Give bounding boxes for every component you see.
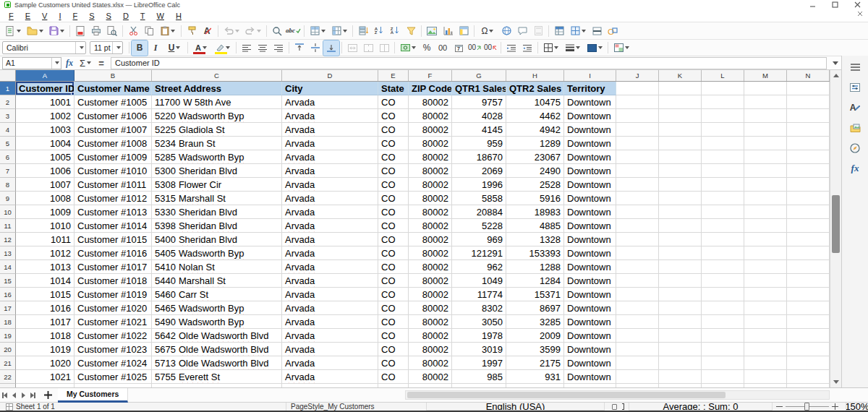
function-wizard-button[interactable]: fx (61, 56, 77, 69)
cell-city[interactable]: Arvada (282, 356, 378, 370)
cell-empty[interactable] (616, 288, 659, 301)
cell-customer-id[interactable]: 1005 (16, 150, 75, 164)
column-header-a[interactable]: A (16, 70, 75, 81)
cell-street-address[interactable]: 5308Flower Cir (152, 178, 282, 192)
cell-customer-id[interactable]: 1012 (16, 246, 75, 260)
cell-state[interactable]: CO (378, 205, 409, 219)
merge-cells-button[interactable] (360, 40, 376, 56)
cell-street-address[interactable]: 5234Braun St (152, 137, 282, 150)
row-header[interactable]: 15 (0, 274, 16, 288)
cell-empty[interactable] (659, 164, 702, 178)
selection-handle[interactable] (71, 92, 75, 95)
row-header[interactable]: 10 (0, 205, 16, 219)
save-button[interactable] (46, 23, 67, 38)
underline-button[interactable]: U (163, 40, 185, 56)
menu-item[interactable]: S (83, 11, 100, 21)
cell-street-address[interactable]: 5225Gladiola St (152, 123, 282, 137)
cell-state[interactable]: CO (378, 95, 409, 109)
cell-customer-id[interactable]: 1003 (16, 123, 75, 137)
row-header[interactable]: 18 (0, 315, 16, 329)
sidebar-settings-icon[interactable] (846, 59, 864, 76)
cell-territory[interactable]: Downtown (564, 219, 616, 233)
column-header-c[interactable]: C (152, 70, 282, 81)
cell-city[interactable]: Arvada (282, 178, 378, 192)
cell-empty[interactable] (744, 260, 787, 274)
cell-empty[interactable] (702, 82, 744, 95)
cell-empty[interactable] (744, 246, 787, 260)
cell-street-address[interactable]: 5440Marshall St (152, 274, 282, 288)
cell-qtr2-sales[interactable]: 4462 (506, 109, 564, 123)
cell-city[interactable]: Arvada (282, 123, 378, 137)
cell-territory[interactable]: Downtown (564, 260, 616, 274)
cell-empty[interactable] (787, 164, 830, 178)
cell-empty[interactable] (659, 137, 702, 150)
input-line[interactable]: Customer ID (111, 57, 827, 69)
sort-button[interactable] (355, 23, 371, 38)
spelling-button[interactable]: abc (285, 23, 302, 38)
cell-street-address[interactable]: 5315Marshall St (152, 192, 282, 205)
cell-empty[interactable] (744, 192, 787, 205)
cell-qtr1-sales[interactable]: 11774 (452, 288, 506, 301)
cell-city[interactable]: Arvada (282, 343, 378, 356)
cell-empty[interactable] (702, 370, 744, 384)
row-header-1[interactable]: 1 (0, 82, 16, 95)
cell-qtr1-sales[interactable]: 4145 (452, 123, 506, 137)
format-as-date-button[interactable]: 7 (451, 40, 467, 56)
cell-empty[interactable] (787, 95, 830, 109)
row-header[interactable]: 13 (0, 246, 16, 260)
styles-icon[interactable]: A (846, 99, 864, 116)
row-header[interactable]: 14 (0, 260, 16, 274)
cell-empty[interactable] (787, 150, 830, 164)
cell-empty[interactable] (702, 205, 744, 219)
cell-territory[interactable]: Downtown (564, 150, 616, 164)
cell-customer-id[interactable]: 1001 (16, 95, 75, 109)
delete-decimal-place-button[interactable]: 00 (482, 40, 498, 56)
cell-city[interactable]: Arvada (282, 205, 378, 219)
cell-qtr2-sales[interactable]: 10475 (506, 95, 564, 109)
menu-item[interactable]: T (135, 11, 151, 21)
cell-zip-code[interactable]: 80002 (409, 233, 452, 246)
cell-empty[interactable] (787, 301, 830, 315)
copy-button[interactable] (141, 23, 157, 38)
cell-empty[interactable] (787, 192, 830, 205)
cell-empty[interactable] (702, 150, 744, 164)
horizontal-scrollbar[interactable] (405, 390, 830, 400)
minimize-button[interactable] (809, 1, 816, 8)
autofilter-button[interactable] (403, 23, 419, 38)
cell-empty[interactable] (616, 164, 659, 178)
row-header[interactable]: 17 (0, 301, 16, 315)
column-header-f[interactable]: F (409, 70, 452, 81)
cell-empty[interactable] (702, 178, 744, 192)
cell-empty[interactable] (659, 82, 702, 95)
cell-territory[interactable]: Downtown (564, 288, 616, 301)
add-decimal-place-button[interactable]: 00 (467, 40, 482, 56)
cell-empty[interactable] (744, 137, 787, 150)
cell-street-address[interactable]: 5285Wadsworth Byp (152, 150, 282, 164)
align-center-button[interactable] (255, 40, 271, 56)
cell-customer-id[interactable]: 1021 (16, 370, 75, 384)
cell-empty[interactable] (702, 164, 744, 178)
cell-empty[interactable] (659, 301, 702, 315)
insert-chart-button[interactable] (440, 23, 456, 38)
cell-qtr1-sales[interactable]: 3050 (452, 315, 506, 329)
conditional-formatting-button[interactable] (610, 40, 632, 56)
cell-empty[interactable] (659, 219, 702, 233)
zoom-percentage-label[interactable]: 150% (846, 403, 868, 411)
cell-empty[interactable] (659, 246, 702, 260)
row-header[interactable]: 9 (0, 192, 16, 205)
cell-qtr2-sales[interactable]: 2175 (506, 356, 564, 370)
center-vertically-button[interactable] (307, 40, 323, 56)
cell-customer-name[interactable]: Customer #1014 (75, 219, 152, 233)
cell-customer-name[interactable]: Customer #1021 (75, 315, 152, 329)
cell-zip-code[interactable]: 80002 (409, 329, 452, 343)
column-header-h[interactable]: H (506, 70, 564, 81)
freeze-rows-and-columns-button[interactable] (551, 23, 567, 38)
cell-street-address[interactable]: 5460Carr St (152, 288, 282, 301)
cell-empty[interactable] (702, 356, 744, 370)
cell-qtr1-sales[interactable]: 9757 (452, 95, 506, 109)
row-header[interactable]: 8 (0, 178, 16, 192)
cell-qtr2-sales[interactable]: 2490 (506, 164, 564, 178)
format-as-percent-button[interactable]: % (419, 40, 435, 56)
cell-qtr1-sales[interactable]: 4028 (452, 109, 506, 123)
cell-street-address[interactable]: 5490Wadsworth Byp (152, 315, 282, 329)
